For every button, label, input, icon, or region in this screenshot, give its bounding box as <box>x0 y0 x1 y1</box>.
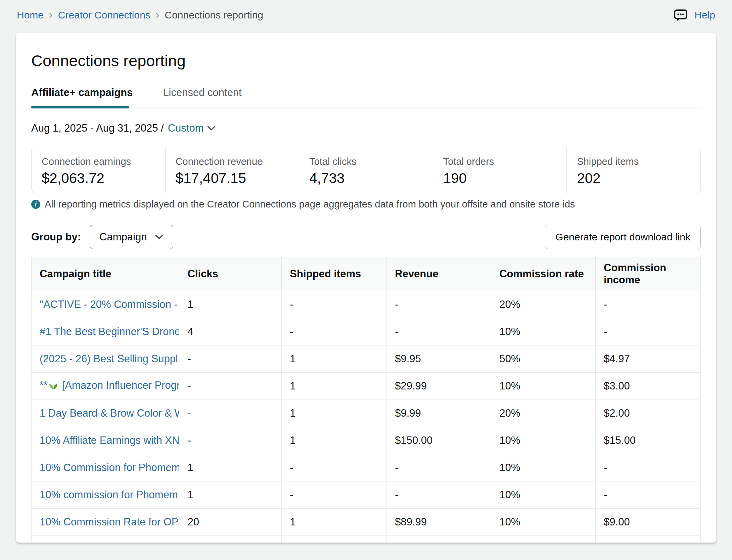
commission-rate-cell: 10% <box>491 481 596 509</box>
shipped-items-cell: - <box>282 291 387 318</box>
metric-card-total-orders: Total orders 190 <box>433 147 567 193</box>
group-by-dropdown[interactable]: Campaign <box>90 225 173 249</box>
commission-rate-cell: 50% <box>491 345 596 373</box>
breadcrumb-home-link[interactable]: Home <box>17 9 44 21</box>
campaign-title-cell: 10% Commission for Phomem… <box>32 454 179 481</box>
breadcrumb-creator-connections-link[interactable]: Creator Connections <box>58 9 150 21</box>
metric-label: Shipped items <box>577 156 690 167</box>
metric-card-connection-revenue: Connection revenue $17,407.15 <box>165 147 299 193</box>
table-controls-row: Group by: Campaign Generate report downl… <box>31 225 701 249</box>
campaign-title-link[interactable]: 10% Commission Rate for OP… <box>40 516 179 528</box>
campaign-title-cell: 10% commission for Phomem… <box>32 481 179 509</box>
breadcrumb-current-page: Connections reporting <box>165 9 264 21</box>
breadcrumb: Home › Creator Connections › Connections… <box>17 9 263 21</box>
campaign-title-cell: "ACTIVE - 20% Commission - F… <box>32 291 179 318</box>
metric-card-total-clicks: Total clicks 4,733 <box>299 147 433 193</box>
campaign-title-cell: #1 The Best Beginner'S Drone <box>32 318 179 345</box>
date-range-row: Aug 1, 2025 - Aug 31, 2025 / Custom <box>31 122 701 134</box>
shipped-items-cell: - <box>282 318 387 345</box>
column-header-campaign-title: Campaign title <box>32 257 179 291</box>
clicks-cell: - <box>179 400 282 427</box>
clicks-cell: - <box>179 373 282 400</box>
metric-label: Total clicks <box>309 156 423 167</box>
commission-income-cell: $3.00 <box>596 373 701 400</box>
clicks-cell: - <box>179 345 282 373</box>
shipped-items-cell: - <box>282 536 387 543</box>
table-row: 10% Commission, Promote Ou…9--10%- <box>32 536 701 543</box>
table-row: (2025 - 26) Best Selling Suppl…-1$9.9550… <box>32 345 701 373</box>
shipped-items-cell: 1 <box>282 509 387 536</box>
campaign-title-cell: 10% Commission Rate for OP… <box>32 509 179 536</box>
metric-value: 190 <box>443 170 557 187</box>
commission-rate-cell: 10% <box>491 318 596 345</box>
revenue-cell: - <box>387 291 491 318</box>
campaign-title-cell: 10% Affiliate Earnings with XN… <box>32 427 179 454</box>
metric-value: 202 <box>577 170 690 187</box>
tab-licensed-content[interactable]: Licensed content <box>163 87 241 99</box>
tab-affiliate-campaigns[interactable]: Affiliate+ campaigns <box>31 87 133 99</box>
campaign-title-link[interactable]: ** [Amazon Influencer Progr… <box>40 379 179 391</box>
campaign-title-link[interactable]: 10% Commission for Phomem… <box>40 462 179 473</box>
table-row: 10% Affiliate Earnings with XN…-1$150.00… <box>32 427 701 454</box>
commission-rate-cell: 20% <box>491 400 596 427</box>
column-header-shipped-items: Shipped items <box>282 257 387 291</box>
shipped-items-cell: 1 <box>282 400 387 427</box>
column-header-clicks: Clicks <box>179 257 282 291</box>
chevron-down-icon <box>155 234 164 240</box>
column-header-commission-rate: Commission rate <box>491 257 596 291</box>
revenue-cell: $29.99 <box>387 373 491 400</box>
shipped-items-cell: 1 <box>282 427 387 454</box>
clicks-cell: 4 <box>179 318 282 345</box>
commission-rate-cell: 20% <box>491 291 596 318</box>
campaign-title-link[interactable]: "ACTIVE - 20% Commission - F… <box>40 298 179 310</box>
shipped-items-cell: 1 <box>282 373 387 400</box>
table-row: 1 Day Beard & Brow Color & W…-1$9.9920%$… <box>32 400 701 427</box>
table-row: 10% commission for Phomem…1--10%- <box>32 481 701 509</box>
active-tab-underline <box>31 106 129 108</box>
commission-income-cell: - <box>596 536 701 543</box>
info-icon: i <box>31 200 40 209</box>
shipped-items-cell: - <box>282 481 387 509</box>
page: Home › Creator Connections › Connections… <box>0 0 732 560</box>
campaign-title-cell: 1 Day Beard & Brow Color & W… <box>32 400 179 427</box>
generate-report-button[interactable]: Generate report download link <box>545 225 701 249</box>
connections-reporting-card: Connections reporting Affiliate+ campaig… <box>16 33 716 543</box>
commission-income-cell: $2.00 <box>596 400 701 427</box>
help-area: Help <box>674 8 715 22</box>
column-header-commission-income: Commission income <box>596 257 701 291</box>
custom-date-label: Custom <box>168 122 204 134</box>
clicks-cell: 9 <box>179 536 282 543</box>
revenue-cell: - <box>387 318 491 345</box>
metric-card-shipped-items: Shipped items 202 <box>566 147 700 193</box>
commission-income-cell: $15.00 <box>596 427 701 454</box>
campaign-title-link[interactable]: 10% commission for Phomem… <box>40 489 179 501</box>
revenue-cell: $9.99 <box>387 400 491 427</box>
campaign-title-link[interactable]: 10% Affiliate Earnings with XN… <box>40 434 179 446</box>
clicks-cell: - <box>179 427 282 454</box>
leaf-icon <box>48 380 58 393</box>
commission-rate-cell: 10% <box>491 509 596 536</box>
revenue-cell: $150.00 <box>387 427 491 454</box>
help-link[interactable]: Help <box>694 9 715 21</box>
metric-value: 4,733 <box>309 170 423 187</box>
clicks-cell: 1 <box>179 481 282 509</box>
clicks-cell: 20 <box>179 509 282 536</box>
campaign-title-cell: ** [Amazon Influencer Progr… <box>32 373 179 400</box>
chevron-down-icon <box>207 126 215 131</box>
chevron-right-icon: › <box>49 9 53 20</box>
campaign-title-link[interactable]: #1 The Best Beginner'S Drone <box>40 326 179 337</box>
metric-value: $17,407.15 <box>176 170 289 187</box>
commission-rate-cell: 10% <box>491 454 596 481</box>
table-row: "ACTIVE - 20% Commission - F…1--20%- <box>32 291 701 318</box>
metric-value: $2,063.72 <box>42 170 155 187</box>
campaign-title-link[interactable]: 1 Day Beard & Brow Color & W… <box>40 407 179 419</box>
chat-bubble-icon <box>674 8 688 22</box>
commission-income-cell: $4.97 <box>596 345 701 373</box>
metric-card-connection-earnings: Connection earnings $2,063.72 <box>32 147 165 193</box>
group-by-value: Campaign <box>99 231 147 243</box>
custom-date-dropdown[interactable]: Custom <box>168 122 215 134</box>
group-by-label: Group by: <box>31 231 81 243</box>
tab-baseline <box>31 107 701 107</box>
commission-rate-cell: 10% <box>491 373 596 400</box>
campaign-title-link[interactable]: (2025 - 26) Best Selling Suppl… <box>40 353 179 365</box>
